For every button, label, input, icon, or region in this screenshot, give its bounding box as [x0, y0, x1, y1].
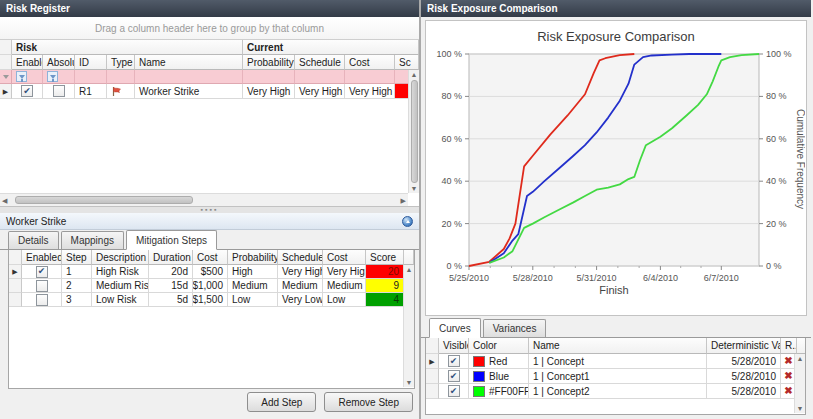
col-score[interactable]: Sc — [395, 55, 419, 70]
step-probability[interactable]: Medium — [228, 279, 278, 293]
col-schedule[interactable]: Schedule — [278, 250, 323, 265]
filter-icon[interactable] — [16, 71, 27, 82]
col-visible[interactable]: Visible — [439, 338, 469, 354]
deterministic-value-cell[interactable]: 5/28/2010 — [707, 384, 781, 399]
step-description[interactable]: Medium Risk — [92, 279, 149, 293]
scroll-up-icon[interactable]: ▲ — [406, 266, 413, 273]
vscroll-thumb[interactable] — [411, 80, 418, 183]
step-number[interactable]: 2 — [62, 279, 92, 293]
risk-cost-cell[interactable]: Very High — [345, 84, 395, 99]
mitigation-row[interactable]: ▶ 1 High Risk 20d $500 High Very High Ve… — [9, 265, 414, 279]
step-enabled-checkbox[interactable] — [36, 294, 48, 306]
scroll-right-icon[interactable]: ▶ — [401, 197, 406, 204]
filter-icon[interactable] — [47, 71, 58, 82]
step-cost[interactable]: $1,000 — [193, 279, 228, 293]
step-cost2[interactable]: Medium — [323, 279, 366, 293]
step-schedule[interactable]: Very High — [278, 265, 323, 279]
scroll-up-icon[interactable]: ▲ — [797, 355, 804, 362]
col-deterministic-value[interactable]: Deterministic Value — [707, 338, 781, 354]
scroll-down-icon[interactable]: ▼ — [797, 405, 804, 412]
col-color[interactable]: Color — [469, 338, 529, 354]
step-description[interactable]: Low Risk — [92, 293, 149, 307]
tab-mappings[interactable]: Mappings — [61, 231, 124, 249]
visible-checkbox[interactable] — [448, 355, 460, 367]
curve-row[interactable]: Blue 1 | Concept1 5/28/2010 ✖ — [426, 369, 805, 384]
enabled-checkbox[interactable] — [21, 85, 33, 97]
curve-color-cell[interactable]: Blue — [469, 369, 529, 384]
step-description[interactable]: High Risk — [92, 265, 149, 279]
remove-curve-icon[interactable]: ✖ — [784, 356, 792, 366]
col-cost2[interactable]: Cost — [323, 250, 366, 265]
step-cost[interactable]: $500 — [193, 265, 228, 279]
filter-enabled[interactable] — [12, 70, 43, 84]
step-number[interactable]: 1 — [62, 265, 92, 279]
filter-cost[interactable] — [345, 70, 395, 84]
tab-mitigation-steps[interactable]: Mitigation Steps — [126, 230, 217, 250]
risk-grid-hscrollbar[interactable]: ◀ ▶ — [0, 193, 408, 206]
col-description[interactable]: Description — [92, 250, 149, 265]
col-schedule[interactable]: Schedule — [295, 55, 345, 70]
band-current[interactable]: Current — [243, 40, 419, 55]
col-score[interactable]: Score — [366, 250, 404, 265]
step-cost2[interactable]: Low — [323, 293, 366, 307]
col-enabled[interactable]: Enabled — [22, 250, 62, 265]
curve-row[interactable]: #FF00FF00 1 | Concept2 5/28/2010 ✖ — [426, 384, 805, 399]
step-score[interactable]: 4 — [366, 293, 404, 307]
step-duration[interactable]: 15d — [149, 279, 193, 293]
filter-id[interactable] — [75, 70, 107, 84]
col-probability[interactable]: Probability — [228, 250, 278, 265]
scroll-left-icon[interactable]: ◀ — [2, 197, 7, 204]
col-name[interactable]: Name — [529, 338, 707, 354]
col-remove[interactable]: R... — [781, 338, 797, 354]
col-cost[interactable]: Cost — [193, 250, 228, 265]
add-step-button[interactable]: Add Step — [247, 392, 316, 412]
step-score[interactable]: 20 — [366, 265, 404, 279]
risk-name-cell[interactable]: Worker Strike — [135, 84, 243, 99]
step-schedule[interactable]: Very Low — [278, 293, 323, 307]
filter-schedule[interactable] — [295, 70, 345, 84]
deterministic-value-cell[interactable]: 5/28/2010 — [707, 369, 781, 384]
curve-name-cell[interactable]: 1 | Concept1 — [529, 369, 707, 384]
col-name[interactable]: Name — [135, 55, 243, 70]
remove-step-button[interactable]: Remove Step — [324, 392, 413, 412]
col-probability[interactable]: Probability — [243, 55, 295, 70]
remove-curve-icon[interactable]: ✖ — [784, 371, 792, 381]
risk-id-cell[interactable]: R1 — [75, 84, 107, 99]
remove-curve-icon[interactable]: ✖ — [784, 386, 792, 396]
step-enabled-checkbox[interactable] — [36, 280, 48, 292]
curves-vscrollbar[interactable]: ▲ ▼ — [794, 354, 805, 413]
tab-variances[interactable]: Variances — [483, 319, 547, 337]
risk-schedule-cell[interactable]: Very High — [295, 84, 345, 99]
visible-checkbox[interactable] — [448, 370, 460, 382]
step-duration[interactable]: 20d — [149, 265, 193, 279]
col-duration[interactable]: Duration — [149, 250, 193, 265]
curve-name-cell[interactable]: 1 | Concept2 — [529, 384, 707, 399]
col-absolute[interactable]: Absolu... — [43, 55, 75, 70]
risk-probability-cell[interactable]: Very High — [243, 84, 295, 99]
step-number[interactable]: 3 — [62, 293, 92, 307]
risk-enabled-cell[interactable] — [12, 84, 43, 99]
curve-row[interactable]: ▶ Red 1 | Concept 5/28/2010 ✖ — [426, 354, 805, 369]
hscroll-thumb[interactable] — [15, 196, 193, 204]
scroll-down-icon[interactable]: ▼ — [406, 379, 413, 386]
col-type[interactable]: Type — [107, 55, 135, 70]
curve-name-cell[interactable]: 1 | Concept — [529, 354, 707, 369]
step-probability[interactable]: High — [228, 265, 278, 279]
deterministic-value-cell[interactable]: 5/28/2010 — [707, 354, 781, 369]
risk-absolute-cell[interactable] — [43, 84, 75, 99]
group-by-bar[interactable]: Drag a column header here to group by th… — [0, 17, 419, 40]
step-score[interactable]: 9 — [366, 279, 404, 293]
tab-details[interactable]: Details — [8, 231, 59, 249]
visible-checkbox[interactable] — [448, 385, 460, 397]
col-enabled[interactable]: Enabled — [12, 55, 43, 70]
band-risk[interactable]: Risk — [12, 40, 243, 55]
scroll-up-icon[interactable]: ▲ — [411, 71, 418, 78]
filter-probability[interactable] — [243, 70, 295, 84]
step-cost2[interactable]: Very High — [323, 265, 366, 279]
step-cost[interactable]: $1,500 — [193, 293, 228, 307]
col-id[interactable]: ID — [75, 55, 107, 70]
mitigation-vscrollbar[interactable]: ▲ ▼ — [403, 265, 414, 387]
step-probability[interactable]: Low — [228, 293, 278, 307]
risk-type-cell[interactable] — [107, 84, 135, 99]
risk-row[interactable]: ▶ R1 Worker Strike Very High Very High V… — [0, 84, 419, 99]
